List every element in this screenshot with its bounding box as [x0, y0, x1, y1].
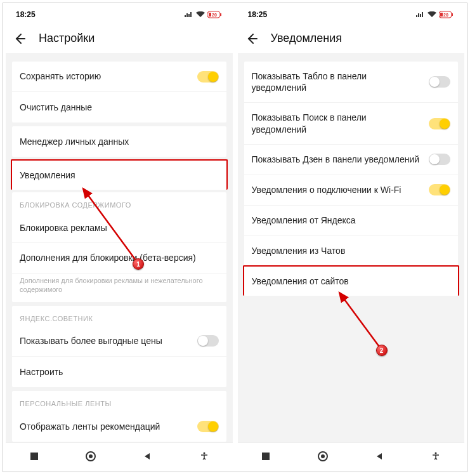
- svg-rect-1: [220, 13, 221, 16]
- back-icon[interactable]: [245, 32, 258, 45]
- back-icon[interactable]: [13, 32, 26, 45]
- section-header-blocking: БЛОКИРОВКА СОДЕРЖИМОГО: [12, 192, 226, 213]
- accessibility-icon[interactable]: [198, 450, 211, 463]
- svg-rect-10: [452, 13, 453, 16]
- svg-text:20: 20: [212, 13, 217, 17]
- accessibility-icon[interactable]: [429, 450, 442, 463]
- annotation-marker-1: 1: [133, 258, 144, 270]
- toggle-show-feeds[interactable]: [197, 421, 219, 432]
- svg-rect-4: [30, 453, 38, 460]
- toggle-better-prices[interactable]: [197, 335, 219, 347]
- app-bar: Уведомления: [238, 23, 465, 54]
- status-time: 18:25: [16, 10, 36, 19]
- status-time: 18:25: [248, 10, 268, 19]
- back-nav-icon[interactable]: [141, 450, 153, 463]
- android-navbar: [6, 442, 233, 469]
- toggle-tablo[interactable]: [429, 76, 450, 88]
- android-navbar: [238, 442, 465, 469]
- status-icons: 20: [416, 11, 454, 18]
- svg-rect-2: [209, 13, 211, 17]
- toggle-save-history[interactable]: [197, 71, 219, 83]
- svg-point-16: [435, 452, 437, 454]
- svg-point-6: [89, 454, 93, 458]
- section-header-feeds: ПЕРСОНАЛЬНЫЕ ЛЕНТЫ: [12, 391, 226, 411]
- svg-point-15: [321, 454, 325, 458]
- home-icon[interactable]: [84, 450, 97, 463]
- addons-helper-text: Дополнения для блокировки рекламы и неже…: [12, 274, 226, 302]
- row-addons[interactable]: Дополнения для блокировки (бета-версия): [12, 243, 226, 274]
- home-icon[interactable]: [317, 450, 329, 463]
- annotation-marker-2: 2: [376, 345, 388, 356]
- row-show-feeds[interactable]: Отображать ленты рекомендаций: [12, 411, 226, 442]
- row-better-prices[interactable]: Показывать более выгодные цены: [12, 326, 226, 357]
- row-ad-block[interactable]: Блокировка рекламы: [12, 213, 226, 243]
- app-bar: Настройки: [6, 23, 233, 54]
- back-nav-icon[interactable]: [373, 450, 386, 463]
- svg-point-7: [203, 452, 205, 454]
- row-from-yandex[interactable]: Уведомления от Яндекса: [244, 206, 459, 236]
- toggle-zen[interactable]: [429, 154, 450, 165]
- status-bar: 18:25 20: [6, 6, 233, 23]
- row-clear-data[interactable]: Очистить данные: [12, 92, 226, 122]
- row-notifications[interactable]: Уведомления: [11, 159, 228, 190]
- recent-apps-icon[interactable]: [259, 450, 272, 463]
- row-configure[interactable]: Настроить: [12, 357, 226, 387]
- row-personal-data-manager[interactable]: Менеджер личных данных: [12, 126, 226, 157]
- status-bar: 18:25 20: [238, 6, 465, 23]
- status-icons: 20: [185, 11, 223, 18]
- svg-rect-11: [440, 13, 443, 17]
- row-search-panel[interactable]: Показывать Поиск в панели уведомлений: [244, 103, 459, 144]
- notifications-content: Показывать Табло в панели уведомлений По…: [238, 54, 465, 442]
- svg-text:20: 20: [443, 13, 448, 17]
- settings-screen: 18:25 20 Настройки Сохранять историю Очи…: [6, 6, 233, 469]
- row-tablo[interactable]: Показывать Табло в панели уведомлений: [244, 62, 459, 103]
- row-zen[interactable]: Показывать Дзен в панели уведомлений: [244, 145, 459, 175]
- recent-apps-icon[interactable]: [28, 450, 41, 463]
- row-from-sites[interactable]: Уведомления от сайтов: [243, 265, 460, 296]
- row-wifi[interactable]: Уведомления о подключении к Wi-Fi: [244, 175, 459, 206]
- svg-rect-13: [262, 453, 270, 460]
- section-header-advisor: ЯНДЕКС.СОВЕТНИК: [12, 306, 226, 326]
- page-title: Уведомления: [271, 32, 343, 45]
- row-from-chats[interactable]: Уведомления из Чатов: [244, 236, 459, 267]
- toggle-wifi[interactable]: [429, 184, 450, 195]
- notifications-screen: 18:25 20 Уведомления Показывать Табло в …: [238, 6, 465, 469]
- settings-content: Сохранять историю Очистить данные Менедж…: [6, 54, 233, 442]
- toggle-search-panel[interactable]: [429, 118, 450, 129]
- row-save-history[interactable]: Сохранять историю: [12, 62, 226, 92]
- page-title: Настройки: [39, 32, 95, 45]
